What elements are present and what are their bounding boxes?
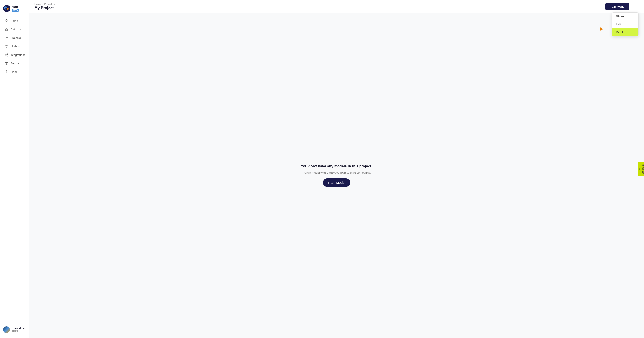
avatar [3, 326, 10, 333]
sidebar-item-datasets[interactable]: Datasets [1, 25, 28, 33]
logo-text: HUB BETA [12, 5, 19, 12]
empty-state: You don't have any models in this projec… [29, 13, 644, 338]
support-icon [4, 61, 8, 65]
sidebar-datasets-label: Datasets [10, 28, 22, 31]
svg-rect-7 [7, 30, 8, 31]
main-content: Home > Projects > My Project Train Model… [29, 0, 644, 338]
sidebar-footer: Ultralytics FREE [0, 324, 29, 335]
more-options-button[interactable]: ⋮ [631, 3, 639, 10]
svg-point-13 [6, 64, 6, 64]
sidebar-home-label: Home [10, 19, 18, 22]
sidebar-item-integrations[interactable]: Integrations [1, 51, 28, 59]
integrations-icon [4, 53, 8, 57]
svg-rect-6 [5, 30, 6, 31]
footer-plan: FREE [12, 330, 24, 333]
svg-rect-5 [7, 28, 8, 29]
svg-point-3 [5, 8, 7, 10]
feedback-tab[interactable]: Feedback ☺ [638, 162, 644, 176]
home-icon [4, 19, 8, 23]
logo-hub-label: HUB [12, 5, 19, 8]
sidebar-item-models[interactable]: Models [1, 42, 28, 50]
breadcrumb-projects: Projects [44, 3, 53, 5]
train-model-button[interactable]: Train Model [605, 3, 629, 10]
sidebar-trash-label: Trash [10, 70, 18, 74]
header-actions: Train Model ⋮ Share Edit Delete [605, 3, 639, 10]
trash-icon [4, 70, 8, 74]
sidebar-item-support[interactable]: Support [1, 59, 28, 67]
feedback-label: Feedback [642, 164, 644, 174]
train-model-cta-button[interactable]: Train Model [323, 178, 350, 187]
page-title: My Project [34, 6, 56, 10]
sidebar: HUB BETA Home Datasets Projects Models I… [0, 0, 29, 338]
dropdown-menu: Share Edit Delete [612, 12, 639, 36]
sidebar-item-projects[interactable]: Projects [1, 34, 28, 42]
sidebar-models-label: Models [10, 45, 20, 48]
svg-point-9 [5, 54, 6, 56]
datasets-icon [4, 27, 8, 31]
empty-subtitle: Train a model with Ultralytics HUB to st… [302, 171, 371, 174]
footer-username: Ultralytics [12, 327, 24, 330]
dropdown-share[interactable]: Share [612, 12, 638, 20]
breadcrumb: Home > Projects > My Project [34, 3, 56, 10]
logo-beta-badge: BETA [12, 9, 19, 12]
projects-icon [4, 36, 8, 40]
ultralytics-logo-icon [3, 5, 10, 12]
sidebar-item-trash[interactable]: Trash [1, 68, 28, 76]
sidebar-item-home[interactable]: Home [1, 17, 28, 25]
sidebar-projects-label: Projects [10, 36, 21, 40]
breadcrumb-home: Home [34, 3, 41, 5]
svg-point-11 [7, 55, 8, 56]
dropdown-edit[interactable]: Edit [612, 20, 638, 28]
svg-point-10 [7, 54, 8, 54]
dropdown-delete[interactable]: Delete [612, 28, 638, 36]
logo: HUB BETA [0, 3, 29, 16]
empty-title: You don't have any models in this projec… [301, 164, 372, 168]
sidebar-support-label: Support [10, 62, 20, 65]
feedback-icon: ☺ [639, 168, 641, 170]
svg-point-8 [6, 46, 7, 47]
header: Home > Projects > My Project Train Model… [29, 0, 644, 13]
breadcrumb-nav: Home > Projects > [34, 3, 56, 5]
svg-rect-4 [5, 28, 6, 29]
sidebar-integrations-label: Integrations [10, 53, 26, 56]
models-icon [4, 44, 8, 48]
